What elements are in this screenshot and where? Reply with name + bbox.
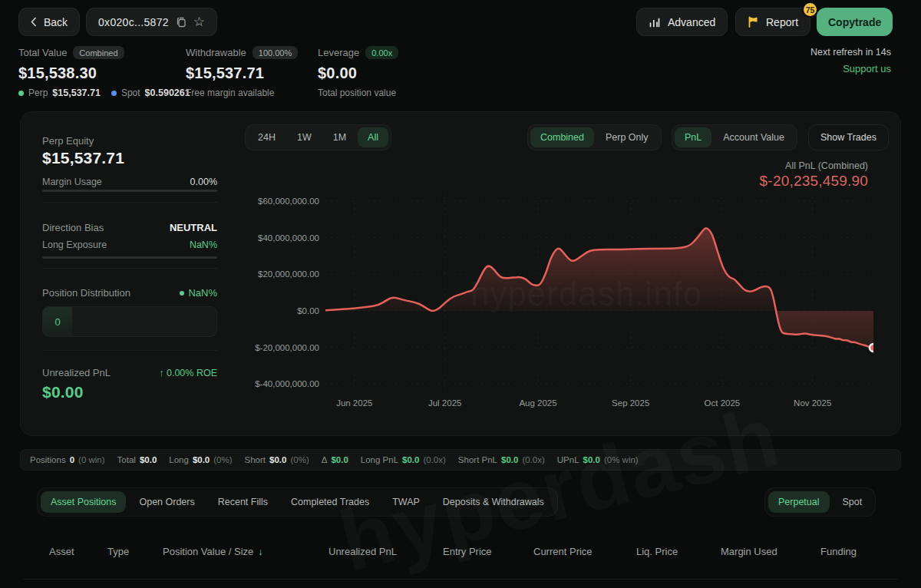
y-axis-tick-label: $0.00 xyxy=(297,306,319,315)
total-value-amount: $15,538.30 xyxy=(18,64,190,82)
stat-total: Total $0.0 xyxy=(117,455,157,464)
long-exposure-label: Long Exposure xyxy=(42,239,107,250)
overview-card: Perp Equity $15,537.71 Margin Usage 0.00… xyxy=(20,111,901,436)
stat-long-pnl: Long PnL $0.0 (0.0x) xyxy=(361,455,446,464)
column-header-unrealized-pnl[interactable]: Unrealized PnL xyxy=(328,546,397,557)
support-us-link[interactable]: Support us xyxy=(843,63,891,74)
column-header-margin-used[interactable]: Margin Used xyxy=(721,546,777,557)
report-label: Report xyxy=(766,16,798,28)
combined-badge: Combined xyxy=(73,46,124,59)
x-axis-tick-label: Jun 2025 xyxy=(336,398,372,408)
copytrade-button[interactable]: Copytrade xyxy=(817,8,893,36)
distribution-count: 0 xyxy=(43,307,72,336)
y-axis-tick-label: $-40,000,000.00 xyxy=(255,379,319,388)
y-axis-tick-label: $40,000,000.00 xyxy=(258,233,319,243)
time-range-group: 24H 1W 1M All xyxy=(245,124,391,150)
spot-value: $0.590261 xyxy=(145,88,190,98)
back-label: Back xyxy=(44,16,68,28)
copy-icon[interactable] xyxy=(176,16,187,28)
mode-combined-tab[interactable]: Combined xyxy=(530,127,594,147)
perp-value: $15,537.71 xyxy=(52,88,101,98)
range-1w-tab[interactable]: 1W xyxy=(287,127,322,147)
range-24h-tab[interactable]: 24H xyxy=(248,127,286,147)
metric-group: PnL Account Value xyxy=(672,124,797,150)
unrealized-pnl-value: $0.00 xyxy=(42,383,84,401)
tab-spot[interactable]: Spot xyxy=(833,491,873,513)
tab-deposits-withdrawals[interactable]: Deposits & Withdrawals xyxy=(433,491,554,513)
withdrawable-amount: $15,537.71 xyxy=(186,64,298,82)
withdrawable-block: Withdrawable 100.00% $15,537.71 Free mar… xyxy=(186,46,298,98)
spot-label: Spot xyxy=(121,88,140,98)
column-header-entry-price[interactable]: Entry Price xyxy=(443,546,492,557)
x-axis-tick-label: Nov 2025 xyxy=(794,398,831,408)
report-count-badge: 75 xyxy=(802,2,818,18)
distribution-dot-icon xyxy=(180,291,184,296)
total-value-block: Total Value Combined $15,538.30 Perp $15… xyxy=(18,46,190,98)
perp-dot-icon xyxy=(18,91,24,96)
divider xyxy=(42,202,217,203)
advanced-label: Advanced xyxy=(668,16,715,28)
advanced-button[interactable]: Advanced xyxy=(636,8,728,36)
perp-label: Perp xyxy=(28,88,48,98)
leverage-label: Leverage xyxy=(318,47,359,58)
address-pill[interactable]: 0x020c...5872 ☆ xyxy=(86,8,217,36)
long-exposure-value: NaN% xyxy=(190,239,217,250)
show-trades-button[interactable]: Show Trades xyxy=(808,124,889,150)
back-button[interactable]: Back xyxy=(18,8,80,36)
tab-twap[interactable]: TWAP xyxy=(382,491,430,513)
column-header-liq-price[interactable]: Liq. Price xyxy=(636,546,678,557)
refresh-countdown: Next refresh in 14s xyxy=(810,47,891,58)
metric-account-value-tab[interactable]: Account Value xyxy=(713,127,794,147)
y-axis-labels: $60,000,000.00$40,000,000.00$20,000,000.… xyxy=(251,192,319,396)
chevron-left-icon xyxy=(31,17,37,27)
position-distribution-box: 0 xyxy=(42,306,217,337)
range-all-tab[interactable]: All xyxy=(358,127,388,147)
wallet-address: 0x020c...5872 xyxy=(98,16,169,28)
perp-equity-label: Perp Equity xyxy=(42,135,94,147)
leverage-block: Leverage 0.00x $0.00 Total position valu… xyxy=(318,46,398,98)
stat-short: Short $0.0 (0%) xyxy=(245,455,309,464)
mode-group: Combined Perp Only xyxy=(527,124,662,150)
pnl-chart[interactable] xyxy=(325,192,873,396)
metric-pnl-tab[interactable]: PnL xyxy=(675,127,711,147)
range-1m-tab[interactable]: 1M xyxy=(323,127,356,147)
tab-perpetual[interactable]: Perpetual xyxy=(768,491,830,513)
y-axis-tick-label: $20,000,000.00 xyxy=(258,269,319,279)
column-header-type[interactable]: Type xyxy=(107,546,129,557)
star-icon[interactable]: ☆ xyxy=(193,15,205,28)
mode-perp-only-tab[interactable]: Perp Only xyxy=(596,127,659,147)
table-divider xyxy=(23,579,898,580)
spot-dot-icon xyxy=(111,91,117,96)
stat-upnl: UPnL $0.0 (0% win) xyxy=(557,455,639,464)
tab-asset-positions[interactable]: Asset Positions xyxy=(41,491,126,513)
divider xyxy=(42,268,217,269)
stat-short-pnl: Short PnL $0.0 (0.0x) xyxy=(458,455,545,464)
bar-chart-icon xyxy=(649,17,661,28)
withdrawable-sub: Free margin available xyxy=(186,88,274,98)
column-header-position-value-size[interactable]: Position Value / Size↓ xyxy=(163,546,263,557)
show-trades-label: Show Trades xyxy=(820,132,876,143)
x-axis-tick-label: Jul 2025 xyxy=(428,398,461,408)
margin-usage-bar xyxy=(42,190,217,192)
total-value-label: Total Value xyxy=(18,47,67,58)
tab-recent-fills[interactable]: Recent Fills xyxy=(208,491,278,513)
x-axis-tick-label: Sep 2025 xyxy=(612,398,649,408)
positions-tabs: Asset Positions Open Orders Recent Fills… xyxy=(37,487,558,517)
tab-completed-trades[interactable]: Completed Trades xyxy=(281,491,379,513)
tab-open-orders[interactable]: Open Orders xyxy=(129,491,204,513)
leverage-amount: $0.00 xyxy=(318,64,398,82)
copytrade-label: Copytrade xyxy=(828,16,881,28)
margin-usage-value: 0.00% xyxy=(190,177,217,187)
x-axis-tick-label: Oct 2025 xyxy=(705,398,741,408)
column-header-funding[interactable]: Funding xyxy=(820,546,857,557)
withdrawable-badge: 100.00% xyxy=(253,46,298,59)
x-axis-tick-label: Aug 2025 xyxy=(519,398,556,408)
column-header-current-price[interactable]: Current Price xyxy=(533,546,593,557)
divider xyxy=(42,350,217,351)
leverage-sub: Total position value xyxy=(318,88,396,98)
column-header-asset[interactable]: Asset xyxy=(49,546,74,557)
market-toggle: Perpetual Spot xyxy=(764,487,876,517)
report-button[interactable]: Report 75 xyxy=(735,8,810,36)
y-axis-tick-label: $-20,000,000.00 xyxy=(255,343,319,352)
flag-icon xyxy=(748,16,759,28)
